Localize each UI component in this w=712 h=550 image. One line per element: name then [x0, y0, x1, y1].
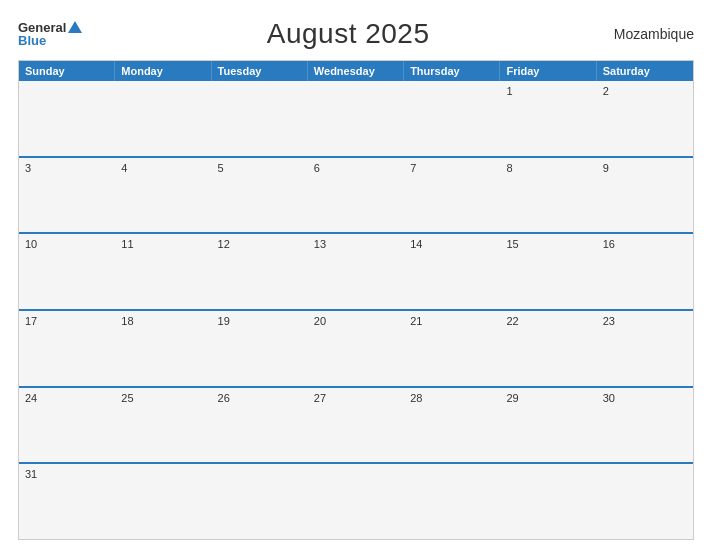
day-cell: [212, 81, 308, 156]
day-number: 12: [218, 238, 230, 250]
day-number: 1: [506, 85, 512, 97]
day-cell: 27: [308, 388, 404, 463]
day-number: 26: [218, 392, 230, 404]
day-number: 25: [121, 392, 133, 404]
day-cell: 11: [115, 234, 211, 309]
day-number: 7: [410, 162, 416, 174]
day-number: 16: [603, 238, 615, 250]
logo-blue-text: Blue: [18, 34, 46, 47]
day-number: 18: [121, 315, 133, 327]
day-number: 22: [506, 315, 518, 327]
day-cell: [500, 464, 596, 539]
day-cell: 13: [308, 234, 404, 309]
day-cell: 18: [115, 311, 211, 386]
day-cell: 29: [500, 388, 596, 463]
day-cell: 14: [404, 234, 500, 309]
day-cell: [115, 81, 211, 156]
day-cell: 2: [597, 81, 693, 156]
day-number: 23: [603, 315, 615, 327]
day-cell: [308, 464, 404, 539]
day-cell: 9: [597, 158, 693, 233]
day-cell: 25: [115, 388, 211, 463]
logo: General Blue: [18, 21, 82, 47]
day-cell: 5: [212, 158, 308, 233]
calendar-weeks: 1234567891011121314151617181920212223242…: [19, 81, 693, 539]
day-number: 14: [410, 238, 422, 250]
day-number: 8: [506, 162, 512, 174]
day-header-sunday: Sunday: [19, 61, 115, 81]
day-cell: 28: [404, 388, 500, 463]
week-row-4: 17181920212223: [19, 309, 693, 386]
day-number: 10: [25, 238, 37, 250]
day-number: 6: [314, 162, 320, 174]
day-number: 9: [603, 162, 609, 174]
day-number: 20: [314, 315, 326, 327]
logo-triangle-icon: [68, 21, 82, 33]
day-number: 15: [506, 238, 518, 250]
day-number: 21: [410, 315, 422, 327]
day-number: 19: [218, 315, 230, 327]
day-cell: 20: [308, 311, 404, 386]
day-cell: [308, 81, 404, 156]
week-row-3: 10111213141516: [19, 232, 693, 309]
calendar-grid: SundayMondayTuesdayWednesdayThursdayFrid…: [18, 60, 694, 540]
day-number: 29: [506, 392, 518, 404]
week-row-2: 3456789: [19, 156, 693, 233]
day-cell: [404, 81, 500, 156]
page-header: General Blue August 2025 Mozambique: [18, 18, 694, 50]
day-cell: 4: [115, 158, 211, 233]
day-cell: 26: [212, 388, 308, 463]
week-row-1: 12: [19, 81, 693, 156]
day-cell: 24: [19, 388, 115, 463]
week-row-6: 31: [19, 462, 693, 539]
day-number: 27: [314, 392, 326, 404]
day-cell: [115, 464, 211, 539]
day-number: 4: [121, 162, 127, 174]
day-number: 24: [25, 392, 37, 404]
day-header-wednesday: Wednesday: [308, 61, 404, 81]
calendar-title: August 2025: [267, 18, 430, 50]
day-header-tuesday: Tuesday: [212, 61, 308, 81]
day-cell: 15: [500, 234, 596, 309]
day-cell: [212, 464, 308, 539]
day-number: 5: [218, 162, 224, 174]
day-number: 11: [121, 238, 133, 250]
day-header-thursday: Thursday: [404, 61, 500, 81]
day-cell: 6: [308, 158, 404, 233]
day-cell: 17: [19, 311, 115, 386]
day-header-monday: Monday: [115, 61, 211, 81]
day-cell: 23: [597, 311, 693, 386]
day-cell: 22: [500, 311, 596, 386]
day-cell: 30: [597, 388, 693, 463]
day-cell: 8: [500, 158, 596, 233]
day-number: 28: [410, 392, 422, 404]
day-number: 2: [603, 85, 609, 97]
day-cell: 3: [19, 158, 115, 233]
calendar-page: General Blue August 2025 Mozambique Sund…: [0, 0, 712, 550]
day-cell: 7: [404, 158, 500, 233]
day-cell: 19: [212, 311, 308, 386]
day-cell: 10: [19, 234, 115, 309]
day-number: 13: [314, 238, 326, 250]
day-cell: 31: [19, 464, 115, 539]
day-header-saturday: Saturday: [597, 61, 693, 81]
week-row-5: 24252627282930: [19, 386, 693, 463]
day-cell: 16: [597, 234, 693, 309]
day-header-friday: Friday: [500, 61, 596, 81]
day-cell: 1: [500, 81, 596, 156]
day-number: 17: [25, 315, 37, 327]
day-cell: [597, 464, 693, 539]
day-headers-row: SundayMondayTuesdayWednesdayThursdayFrid…: [19, 61, 693, 81]
country-label: Mozambique: [614, 26, 694, 42]
day-cell: 12: [212, 234, 308, 309]
day-number: 30: [603, 392, 615, 404]
day-number: 3: [25, 162, 31, 174]
day-cell: [19, 81, 115, 156]
day-cell: [404, 464, 500, 539]
day-cell: 21: [404, 311, 500, 386]
day-number: 31: [25, 468, 37, 480]
